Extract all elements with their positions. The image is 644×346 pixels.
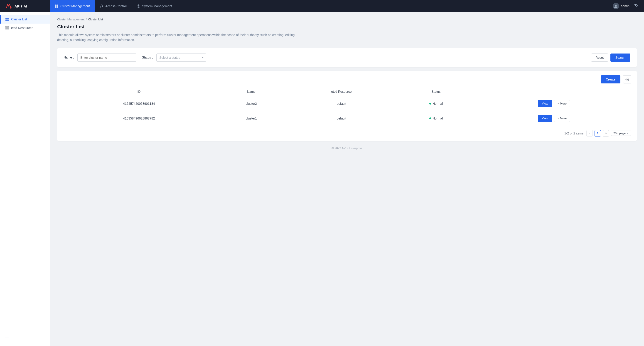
table-row: 415457440058901184 cluster2 default Norm… [63,96,631,111]
more-label: More [560,117,566,120]
reset-button[interactable]: Reset [591,53,608,62]
sidebar: Cluster List etcd Resources [0,12,50,346]
nav-tab-system-management[interactable]: System Management [132,0,177,12]
language-button[interactable] [633,2,640,10]
more-label: More [560,102,566,105]
page-description: This module allows system administrators… [57,32,307,43]
more-button-row-0[interactable]: ∨ More [554,100,570,107]
name-filter-group: Name： [64,53,136,62]
view-button-row-1[interactable]: View [538,115,552,122]
row-actions: View ∨ More [480,100,628,107]
col-header-etcd: etcd Resource [287,87,396,96]
cell-actions: View ∨ More [476,96,631,111]
cell-etcd: default [287,111,396,126]
nav-tab-access-control-label: Access Control [105,4,126,8]
filter-card: Name： Status： Select a status Normal Abn… [57,48,637,67]
svg-rect-12 [7,19,8,21]
row-actions: View ∨ More [480,115,628,122]
nav-tab-cluster-management[interactable]: Cluster Management [50,0,95,12]
svg-rect-14 [6,28,8,28]
status-select[interactable]: Select a status Normal Abnormal Unknown [156,53,206,62]
more-chevron-icon: ∨ [557,102,559,105]
nav-tabs: Cluster Management Access Control System… [50,0,613,12]
more-chevron-icon: ∨ [557,117,559,119]
page-size-value: 20 / page [613,131,626,135]
svg-rect-15 [6,29,8,29]
nav-tab-cluster-management-label: Cluster Management [60,4,90,8]
status-dot-icon [429,117,431,119]
pagination-next-button[interactable]: > [603,130,609,136]
pagination-info: 1-2 of 2 items [564,131,584,135]
sidebar-item-etcd-resources-label: etcd Resources [11,26,33,30]
nav-tab-system-management-label: System Management [142,4,172,8]
svg-rect-2 [55,4,56,6]
col-header-status: Status [396,87,476,96]
svg-point-7 [138,6,139,7]
status-select-wrapper: Select a status Normal Abnormal Unknown … [156,53,206,62]
cell-id: 415358496628867782 [63,111,215,126]
status-filter-group: Status： Select a status Normal Abnormal … [142,53,206,62]
table-row: 415358496628867782 cluster1 default Norm… [63,111,631,126]
col-header-actions [476,87,631,96]
status-badge: Normal [429,117,443,120]
svg-rect-3 [57,4,58,6]
status-label: Status： [142,55,154,60]
footer-text: © 2022 API7 Enterprise [332,146,362,150]
data-table: ID Name etcd Resource Status 41545744005… [63,87,631,126]
nav-user[interactable]: admin [613,3,630,9]
status-dot-icon [429,103,431,104]
svg-rect-4 [55,6,56,8]
sidebar-item-cluster-list-label: Cluster List [11,17,27,21]
svg-rect-13 [6,26,8,27]
gear-nav-icon [136,4,140,8]
cell-id: 415457440058901184 [63,96,215,111]
cell-actions: View ∨ More [476,111,631,126]
search-button[interactable]: Search [610,53,630,62]
more-button-row-1[interactable]: ∨ More [554,115,570,122]
svg-point-8 [615,5,616,6]
logo-text: API7.AI [14,4,27,8]
top-nav: API7.AI Cluster Management Access Contro… [0,0,644,12]
svg-rect-5 [57,6,58,8]
col-header-name: Name [215,87,287,96]
table-card: Create ID Name etcd Resource Status [57,71,637,141]
sidebar-item-cluster-list[interactable]: Cluster List [0,15,50,23]
avatar [613,3,619,9]
name-label: Name： [64,55,75,60]
filter-actions: Reset Search [591,53,630,62]
translate-icon [634,3,638,8]
settings-icon [626,77,629,81]
breadcrumb: Cluster Management / Cluster List [57,18,637,21]
cluster-list-icon [5,17,9,21]
cluster-name-input[interactable] [78,53,136,62]
status-text: Normal [432,117,443,120]
cell-etcd: default [287,96,396,111]
menu-icon[interactable] [4,338,9,342]
svg-rect-9 [6,18,7,19]
footer: © 2022 API7 Enterprise [57,141,637,155]
etcd-resources-icon [5,26,9,30]
pagination: 1-2 of 2 items < 1 > 20 / page ▼ [63,130,631,136]
logo-area: API7.AI [4,2,50,10]
status-badge: Normal [429,102,443,105]
page-title: Cluster List [57,24,637,30]
filter-row: Name： Status： Select a status Normal Abn… [64,53,630,62]
table-toolbar: Create [63,75,631,83]
sidebar-item-etcd-resources[interactable]: etcd Resources [0,23,50,32]
nav-tab-access-control[interactable]: Access Control [95,0,132,12]
layout: Cluster List etcd Resources Cluster [0,12,644,346]
pagination-prev-button[interactable]: < [586,130,593,136]
cell-status: Normal [396,96,476,111]
cell-name: cluster1 [215,111,287,126]
view-button-row-0[interactable]: View [538,100,552,107]
create-button[interactable]: Create [601,75,620,83]
pagination-current-page: 1 [594,130,601,136]
breadcrumb-parent[interactable]: Cluster Management [57,18,85,21]
sidebar-bottom [0,333,50,346]
nav-right: admin [613,2,640,10]
page-size-select[interactable]: 20 / page ▼ [611,131,631,136]
logo-icon [4,2,13,10]
breadcrumb-separator: / [86,18,87,21]
table-settings-button[interactable] [623,75,631,83]
svg-point-16 [627,79,628,80]
